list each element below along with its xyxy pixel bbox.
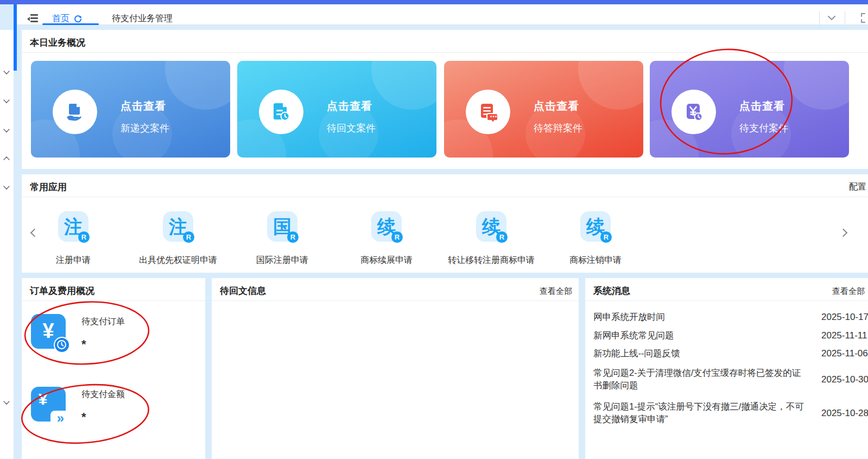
common-apps-title: 常用应用 (30, 181, 67, 193)
document-hand-icon (53, 90, 97, 134)
left-sidebar (0, 30, 14, 459)
message-text: 常见问题2-关于清理微信/支付宝缓存时将已签发的证书删除问题 (593, 367, 808, 392)
message-row[interactable]: 网申系统开放时间 2025-10-17 (593, 311, 860, 324)
r-badge-icon: R (183, 231, 194, 243)
card-action-text: 点击查看 (327, 99, 372, 114)
message-row[interactable]: 常见问题1-提示“该注册号下没有撤三/撤通决定，不可提交撤销复审申请” 2025… (593, 400, 860, 426)
carousel-right-arrow[interactable] (840, 228, 849, 238)
card-pending-defense-cases[interactable]: 点击查看 待答辩案件 (444, 61, 643, 158)
sidebar-chevron-down-icon[interactable] (4, 399, 9, 404)
document-clock-icon (259, 90, 303, 134)
message-row[interactable]: 新功能上线--问题反馈 2025-11-06 (593, 347, 860, 360)
pending-payment-amount-item[interactable]: ¥ » 待支付金额 * (31, 387, 194, 436)
tabbar-divider (845, 11, 845, 26)
today-overview-panel: 本日业务概况 点击查看 新递交案件 (22, 30, 868, 169)
message-date: 2025-10-30 (821, 374, 868, 385)
system-messages-title: 系统消息 (593, 285, 630, 297)
fee-label: 待支付订单 (81, 316, 125, 328)
app-label: 商标注销申请 (541, 255, 650, 266)
card-new-submitted-cases[interactable]: 点击查看 新递交案件 (31, 61, 230, 158)
fee-value: * (81, 410, 125, 424)
payment-clock-icon (671, 90, 716, 134)
message-text: 网申系统开放时间 (593, 311, 808, 323)
sidebar-chevron-down-icon[interactable] (4, 127, 9, 132)
card-action-text: 点击查看 (121, 99, 166, 114)
message-row[interactable]: 新网申系统常见问题 2025-11-11 (593, 329, 860, 342)
app-item-international-registration[interactable]: 国 R 国际注册申请 (228, 211, 337, 266)
card-label: 待支付案件 (739, 122, 788, 135)
card-pending-reply-cases[interactable]: 点击查看 待回文案件 (237, 61, 436, 158)
view-all-link[interactable]: 查看全部 (540, 286, 572, 297)
r-badge-icon: R (287, 231, 299, 243)
r-badge-icon: R (496, 231, 508, 243)
sidebar-chevron-down-icon[interactable] (4, 98, 9, 103)
app-item-priority-proof[interactable]: 注 R 出具优先权证明申请 (124, 211, 232, 266)
sidebar-chevron-down-icon[interactable] (4, 69, 9, 74)
pending-reply-panel: 待回文信息 查看全部 (212, 278, 579, 459)
divider (22, 300, 205, 301)
orders-fees-panel: 订单及费用概况 ¥ 待支付订单 * ¥ » 待支付金额 (22, 278, 205, 459)
tab-pending-payment[interactable]: 待支付业务管理 (112, 13, 173, 24)
app-item-cancellation[interactable]: 续 R 商标注销申请 (541, 211, 650, 266)
view-all-link[interactable]: 查看全部 (832, 286, 865, 297)
card-label: 待回文案件 (327, 122, 376, 135)
message-date: 2025-10-28 (821, 408, 868, 419)
corner-block (0, 4, 14, 30)
divider (585, 300, 868, 301)
divider (212, 300, 579, 301)
yen-forward-icon: ¥ » (31, 387, 66, 422)
message-date: 2025-11-06 (821, 348, 868, 359)
pending-reply-title: 待回文信息 (220, 285, 266, 297)
chevron-down-icon[interactable] (826, 14, 837, 22)
fee-value: * (81, 337, 125, 351)
card-label: 新递交案件 (121, 122, 169, 135)
configure-link[interactable]: 配置 (849, 181, 866, 193)
message-text: 常见问题1-提示“该注册号下没有撤三/撤通决定，不可提交撤销复审申请” (593, 400, 808, 425)
app-item-renewal[interactable]: 续 R 商标续展申请 (332, 211, 441, 266)
message-date: 2025-11-11 (821, 330, 867, 341)
today-overview-title: 本日业务概况 (30, 36, 85, 49)
app-label: 国际注册申请 (228, 255, 337, 266)
fee-label: 待支付金额 (81, 389, 125, 400)
tab-home-label: 首页 (52, 13, 69, 24)
collapse-menu-icon[interactable] (28, 14, 39, 23)
pending-payment-orders-item[interactable]: ¥ 待支付订单 * (31, 314, 194, 363)
card-label: 待答辩案件 (534, 122, 582, 135)
expand-icon[interactable] (861, 13, 868, 23)
message-text: 新功能上线--问题反馈 (593, 347, 808, 360)
common-apps-panel: 常用应用 配置 注 R 注册申请 注 R 出具优先权证明申请 国 R 国际注册申… (22, 174, 868, 273)
sidebar-chevron-down-icon[interactable] (4, 184, 9, 189)
chat-reply-icon (466, 90, 510, 134)
app-label: 注册申请 (19, 255, 128, 266)
orders-fees-title: 订单及费用概况 (30, 285, 94, 297)
r-badge-icon: R (600, 231, 612, 243)
message-date: 2025-10-17 (821, 312, 868, 323)
refresh-icon[interactable] (73, 14, 83, 23)
tab-bar: 首页 待支付业务管理 (0, 4, 868, 25)
top-accent-bar (0, 0, 868, 4)
message-row[interactable]: 常见问题2-关于清理微信/支付宝缓存时将已签发的证书删除问题 2025-10-3… (593, 367, 860, 393)
tab-home[interactable]: 首页 (52, 13, 83, 24)
tabbar-divider (819, 11, 820, 26)
card-action-text: 点击查看 (534, 99, 579, 114)
r-badge-icon: R (391, 231, 403, 243)
divider (22, 197, 868, 197)
sidebar-chevron-up-icon[interactable] (4, 158, 9, 162)
app-label: 出具优先权证明申请 (124, 255, 232, 266)
system-messages-panel: 系统消息 查看全部 网申系统开放时间 2025-10-17 新网申系统常见问题 … (585, 278, 868, 459)
dashboard-page: 首页 待支付业务管理 本日业务概况 (0, 0, 868, 459)
app-label: 商标续展申请 (332, 255, 441, 266)
r-badge-icon: R (78, 231, 90, 243)
card-pending-payment-cases[interactable]: 点击查看 待支付案件 (650, 61, 849, 158)
divider (22, 52, 868, 53)
card-action-text: 点击查看 (739, 99, 785, 114)
app-label: 转让移转注册商标申请 (437, 255, 546, 266)
app-item-transfer[interactable]: 续 R 转让移转注册商标申请 (437, 211, 546, 266)
app-item-registration[interactable]: 注 R 注册申请 (19, 211, 128, 266)
yen-clock-icon: ¥ (31, 314, 66, 349)
message-text: 新网申系统常见问题 (593, 329, 808, 342)
left-blue-strip (14, 4, 17, 71)
